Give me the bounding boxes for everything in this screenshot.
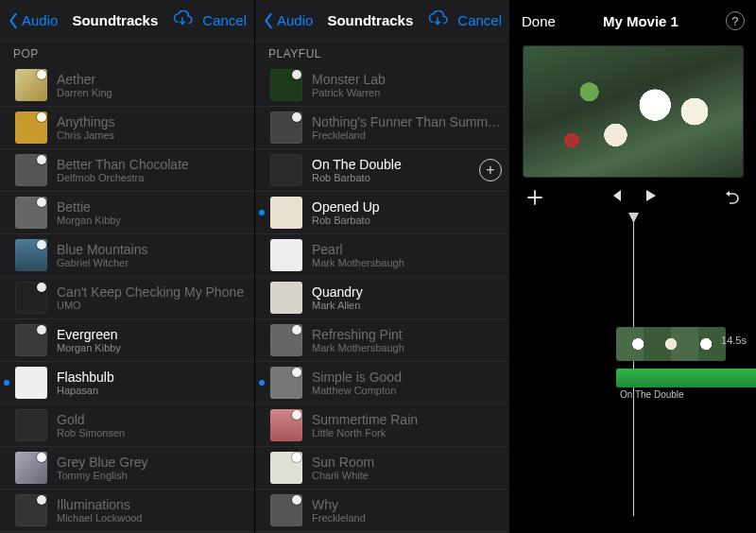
header-title: Soundtracks <box>58 12 172 28</box>
skip-start-button[interactable] <box>608 187 625 208</box>
album-art <box>15 112 47 144</box>
track-row[interactable]: Summertime RainLittle North Fork <box>255 404 509 447</box>
cloud-badge-icon <box>292 325 301 335</box>
add-media-button[interactable] <box>525 189 544 206</box>
track-title: Illuminations <box>57 497 247 512</box>
track-meta: Summertime RainLittle North Fork <box>312 412 502 438</box>
track-meta: WhyFreckleland <box>312 497 502 524</box>
track-row[interactable]: AnythingsChris James <box>0 107 254 149</box>
track-artist: Mark Mothersbaugh <box>312 342 502 353</box>
track-list-left[interactable]: POP AetherDarren KingAnythingsChris Jame… <box>0 42 254 533</box>
cloud-badge-icon <box>37 325 46 335</box>
header-bar: Audio Soundtracks Cancel <box>255 0 509 42</box>
track-row[interactable]: PearlMark Mothersbaugh <box>255 234 509 277</box>
track-meta: Grey Blue GreyTommy English <box>57 455 247 481</box>
track-artist: Mark Mothersbaugh <box>312 257 502 268</box>
download-all-button[interactable] <box>172 10 193 31</box>
track-row[interactable]: Simple is GoodMatthew Compton <box>255 362 509 404</box>
track-meta: QuandryMark Allen <box>312 284 502 311</box>
track-row[interactable]: BettieMorgan Kibby <box>0 192 254 234</box>
back-button[interactable]: Audio <box>263 12 313 29</box>
cloud-badge-icon <box>292 495 301 505</box>
playing-indicator-dot <box>259 380 265 386</box>
track-row[interactable]: Refreshing PintMark Mothersbaugh <box>255 319 509 362</box>
album-art <box>270 367 302 399</box>
track-title: Flashbulb <box>57 370 247 385</box>
cancel-button[interactable]: Cancel <box>457 12 502 28</box>
timeline[interactable]: 14.5s On The Double <box>510 214 756 516</box>
album-art <box>270 112 302 144</box>
add-track-button[interactable]: + <box>479 159 502 181</box>
play-icon <box>642 187 659 204</box>
track-artist: Morgan Kibby <box>57 342 247 353</box>
section-header-playful: PLAYFUL <box>255 42 509 64</box>
play-button[interactable] <box>642 187 659 208</box>
video-preview[interactable] <box>523 45 744 178</box>
album-art <box>15 452 47 484</box>
track-row[interactable]: Opened UpRob Barbato <box>255 192 509 234</box>
track-title: On The Double <box>312 157 473 172</box>
track-row[interactable]: Can't Keep Checking My PhoneUMO <box>0 277 254 319</box>
track-title: Grey Blue Grey <box>57 455 247 470</box>
skip-start-icon <box>608 187 625 204</box>
cloud-badge-icon <box>292 453 301 462</box>
track-row[interactable]: EvergreenMorgan Kibby <box>0 319 254 362</box>
playhead[interactable] <box>633 214 634 516</box>
back-label: Audio <box>277 12 313 28</box>
track-title: Refreshing Pint <box>312 327 502 342</box>
track-title: Summertime Rain <box>312 412 502 427</box>
track-artist: Patrick Warren <box>312 87 502 98</box>
track-title: Aether <box>57 72 247 87</box>
track-meta: On The DoubleRob Barbato <box>312 157 473 183</box>
project-title: My Movie 1 <box>603 13 679 29</box>
track-artist: Freckleland <box>312 512 502 524</box>
track-artist: Little North Fork <box>312 427 502 438</box>
video-clip[interactable] <box>616 327 726 361</box>
cloud-badge-icon <box>292 70 301 79</box>
track-title: Blue Mountains <box>57 242 247 257</box>
undo-icon <box>723 189 740 206</box>
track-row[interactable]: WhyFreckleland <box>255 490 509 532</box>
album-art <box>15 367 47 399</box>
track-row[interactable]: QuandryMark Allen <box>255 277 509 319</box>
track-title: Pearl <box>312 242 502 257</box>
track-row[interactable]: GoldRob Simonsen <box>0 404 254 447</box>
track-row[interactable]: Sun RoomCharli White <box>255 447 509 490</box>
audio-clip[interactable] <box>616 369 756 387</box>
video-preview-frame <box>524 46 743 177</box>
track-row[interactable]: Blue MountainsGabriel Witcher <box>0 234 254 277</box>
track-row[interactable]: Nothing's Funner Than Summ…Freckleland <box>255 107 509 149</box>
help-button[interactable]: ? <box>726 11 745 30</box>
track-row[interactable]: Better Than ChocolateDelfmob Orchestra <box>0 149 254 192</box>
track-meta: IlluminationsMichael Lockwood <box>57 497 247 524</box>
cancel-button[interactable]: Cancel <box>202 12 247 28</box>
track-meta: Can't Keep Checking My PhoneUMO <box>57 284 247 311</box>
download-all-button[interactable] <box>427 10 448 31</box>
track-title: Evergreen <box>57 327 247 342</box>
track-list-middle[interactable]: PLAYFUL Monster LabPatrick WarrenNothing… <box>255 42 509 533</box>
track-artist: Freckleland <box>312 129 502 141</box>
track-meta: Sun RoomCharli White <box>312 455 502 481</box>
section-header-pop: POP <box>0 42 254 64</box>
track-row[interactable]: AetherDarren King <box>0 64 254 107</box>
playing-indicator-dot <box>4 380 9 386</box>
done-button[interactable]: Done <box>522 13 556 29</box>
album-art <box>270 282 302 314</box>
track-row[interactable]: Grey Blue GreyTommy English <box>0 447 254 490</box>
track-title: Nothing's Funner Than Summ… <box>312 114 502 129</box>
undo-button[interactable] <box>722 189 741 206</box>
track-title: Monster Lab <box>312 72 502 87</box>
album-art <box>270 409 302 441</box>
album-art <box>270 239 302 271</box>
album-art <box>270 452 302 484</box>
track-row[interactable]: IlluminationsMichael Lockwood <box>0 490 254 532</box>
cloud-badge-icon <box>37 283 46 292</box>
header-title: Soundtracks <box>313 12 427 28</box>
track-row[interactable]: On The DoubleRob Barbato+ <box>255 149 509 192</box>
track-row[interactable]: FlashbulbHapasan <box>0 362 254 404</box>
chevron-left-icon <box>263 12 274 29</box>
track-title: Why <box>312 497 502 512</box>
track-row[interactable]: Monster LabPatrick Warren <box>255 64 509 107</box>
back-button[interactable]: Audio <box>8 12 58 29</box>
cloud-badge-icon <box>37 112 46 122</box>
